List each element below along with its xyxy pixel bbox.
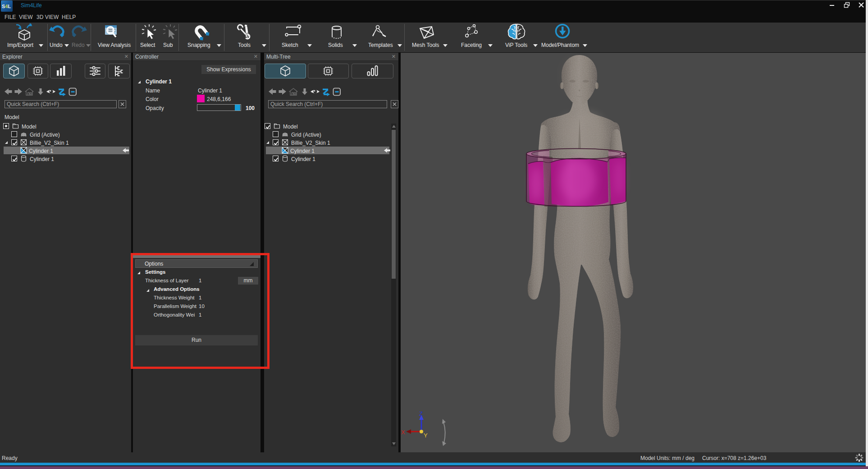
svg-text:Z: Z [419, 410, 423, 417]
svg-text:X: X [401, 429, 405, 436]
svg-text:Y: Y [424, 432, 428, 439]
